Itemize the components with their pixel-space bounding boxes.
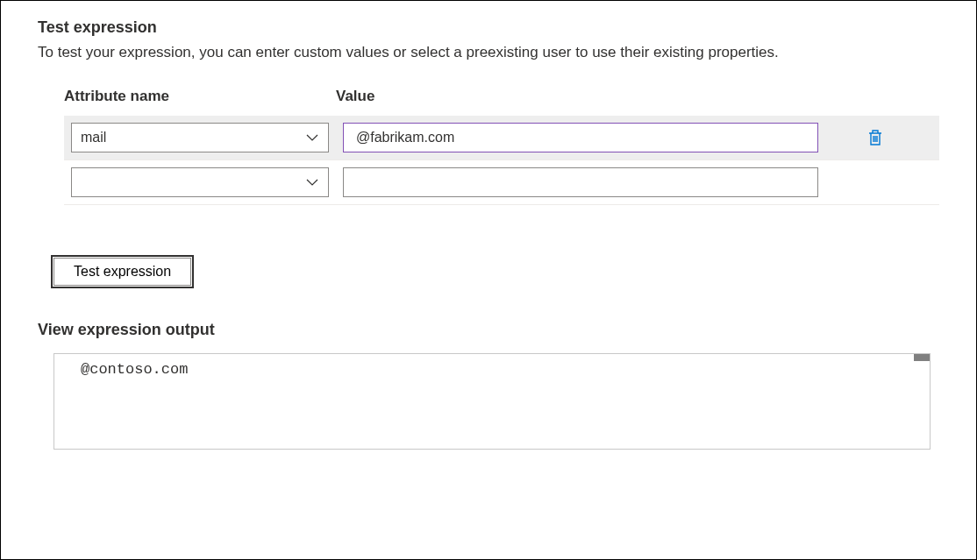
value-input[interactable] [343, 123, 818, 152]
section-description: To test your expression, you can enter c… [38, 44, 939, 61]
test-expression-button[interactable]: Test expression [53, 258, 191, 286]
output-value: @contoso.com [81, 361, 188, 378]
scrollbar[interactable] [914, 354, 930, 361]
header-value: Value [336, 88, 827, 105]
header-attribute-name: Attribute name [64, 88, 336, 105]
delete-cell [818, 129, 934, 146]
trash-icon[interactable] [867, 129, 885, 146]
table-headers: Attribute name Value [64, 88, 939, 116]
table-row: mail [64, 116, 939, 160]
attribute-table: Attribute name Value mail [38, 88, 939, 205]
value-input[interactable] [343, 167, 818, 197]
output-title: View expression output [38, 321, 939, 339]
table-row [64, 160, 939, 205]
attribute-dropdown[interactable] [71, 167, 329, 197]
attribute-dropdown[interactable]: mail [71, 123, 329, 152]
chevron-down-icon [305, 175, 319, 189]
dropdown-selected-value: mail [81, 130, 305, 145]
section-title: Test expression [38, 18, 939, 37]
output-textarea[interactable]: @contoso.com [53, 353, 931, 450]
chevron-down-icon [305, 131, 319, 145]
